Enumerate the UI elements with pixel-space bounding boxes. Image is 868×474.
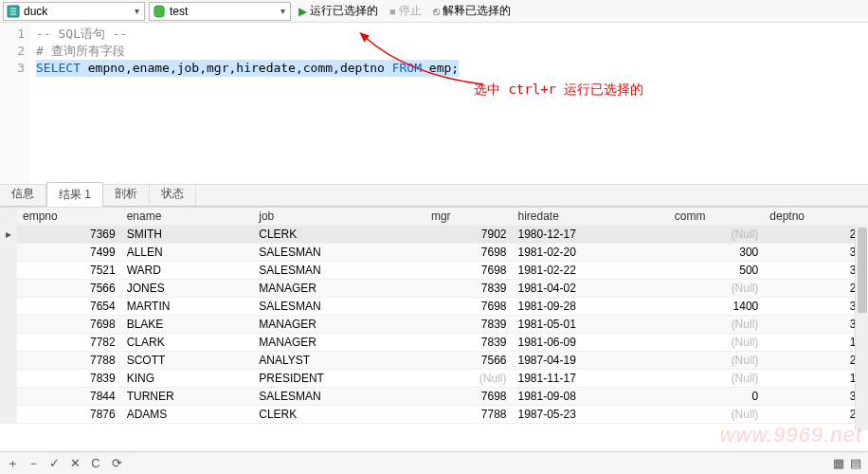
cell-comm[interactable]: (Null)	[669, 226, 765, 244]
cell-hiredate[interactable]: 1981-09-28	[512, 298, 668, 316]
scrollbar-thumb[interactable]	[858, 228, 867, 313]
cell-hiredate[interactable]: 1981-09-08	[512, 388, 668, 406]
column-header-job[interactable]: job	[253, 208, 425, 226]
table-row[interactable]: 7839KINGPRESIDENT(Null)1981-11-17(Null)1…	[0, 370, 868, 388]
cell-comm[interactable]: (Null)	[669, 406, 765, 424]
column-header-deptno[interactable]: deptno	[764, 208, 868, 226]
vertical-scrollbar[interactable]	[855, 226, 868, 430]
cell-mgr[interactable]: 7902	[425, 226, 513, 244]
refresh-button[interactable]: ⟳	[110, 457, 123, 470]
cell-ename[interactable]: SCOTT	[121, 352, 254, 370]
cell-comm[interactable]: 500	[669, 262, 765, 280]
cell-empno[interactable]: 7566	[17, 280, 121, 298]
tab-1[interactable]: 结果 1	[46, 182, 103, 207]
database-selector[interactable]: duck ▾	[3, 2, 145, 21]
cell-mgr[interactable]: 7839	[425, 334, 513, 352]
table-row[interactable]: 7876ADAMSCLERK77881987-05-23(Null)20	[0, 406, 868, 424]
cell-empno[interactable]: 7788	[17, 352, 121, 370]
cell-hiredate[interactable]: 1987-04-19	[512, 352, 668, 370]
apply-button[interactable]: ✓	[47, 457, 61, 470]
cell-empno[interactable]: 7369	[17, 226, 121, 244]
cell-mgr[interactable]: (Null)	[425, 370, 513, 388]
cell-hiredate[interactable]: 1981-05-01	[512, 316, 668, 334]
cell-hiredate[interactable]: 1987-05-23	[512, 406, 668, 424]
cell-ename[interactable]: SMITH	[121, 226, 254, 244]
table-row[interactable]: 7844TURNERSALESMAN76981981-09-08030	[0, 388, 868, 406]
cell-job[interactable]: SALESMAN	[253, 244, 425, 262]
cell-deptno[interactable]: 20	[764, 406, 868, 424]
stop-button[interactable]: ■ 停止	[386, 2, 425, 21]
cell-mgr[interactable]: 7839	[425, 316, 513, 334]
cell-job[interactable]: CLERK	[253, 226, 425, 244]
cell-hiredate[interactable]: 1981-11-17	[512, 370, 668, 388]
table-row[interactable]: 7782CLARKMANAGER78391981-06-09(Null)10	[0, 334, 868, 352]
cell-job[interactable]: SALESMAN	[253, 262, 425, 280]
cell-mgr[interactable]: 7788	[425, 406, 513, 424]
cell-deptno[interactable]: 20	[764, 280, 868, 298]
grid-view-icon[interactable]: ▦	[832, 457, 845, 470]
cell-comm[interactable]: (Null)	[669, 370, 765, 388]
table-row[interactable]: 7698BLAKEMANAGER78391981-05-01(Null)30	[0, 316, 868, 334]
cell-job[interactable]: PRESIDENT	[253, 370, 425, 388]
cell-ename[interactable]: JONES	[121, 280, 254, 298]
cell-deptno[interactable]: 20	[764, 226, 868, 244]
form-view-icon[interactable]: ▤	[849, 457, 862, 470]
cell-job[interactable]: MANAGER	[253, 316, 425, 334]
delete-row-button[interactable]: －	[27, 457, 40, 470]
table-row[interactable]: 7566JONESMANAGER78391981-04-02(Null)20	[0, 280, 868, 298]
schema-selector[interactable]: test ▾	[149, 2, 291, 21]
sql-editor[interactable]: 123 -- SQL语句 --# 查询所有字段SELECT empno,enam…	[0, 23, 868, 184]
result-grid[interactable]: empnoenamejobmgrhiredatecommdeptno ▸7369…	[0, 207, 868, 424]
cell-empno[interactable]: 7876	[17, 406, 121, 424]
cell-ename[interactable]: ADAMS	[121, 406, 254, 424]
cell-hiredate[interactable]: 1981-06-09	[512, 334, 668, 352]
cell-deptno[interactable]: 30	[764, 298, 868, 316]
cell-job[interactable]: SALESMAN	[253, 298, 425, 316]
explain-selected-button[interactable]: ⎋ 解释已选择的	[429, 2, 515, 21]
editor-code[interactable]: -- SQL语句 --# 查询所有字段SELECT empno,ename,jo…	[30, 23, 459, 184]
cell-hiredate[interactable]: 1981-04-02	[512, 280, 668, 298]
cell-empno[interactable]: 7499	[17, 244, 121, 262]
cell-mgr[interactable]: 7698	[425, 262, 513, 280]
cell-empno[interactable]: 7698	[17, 316, 121, 334]
cell-hiredate[interactable]: 1981-02-20	[512, 244, 668, 262]
cell-mgr[interactable]: 7566	[425, 352, 513, 370]
cell-mgr[interactable]: 7839	[425, 280, 513, 298]
cell-deptno[interactable]: 30	[764, 316, 868, 334]
cell-comm[interactable]: (Null)	[669, 352, 765, 370]
cell-empno[interactable]: 7839	[17, 370, 121, 388]
cell-empno[interactable]: 7844	[17, 388, 121, 406]
table-row[interactable]: 7499ALLENSALESMAN76981981-02-2030030	[0, 244, 868, 262]
cell-hiredate[interactable]: 1980-12-17	[512, 226, 668, 244]
table-row[interactable]: 7788SCOTTANALYST75661987-04-19(Null)20	[0, 352, 868, 370]
cell-deptno[interactable]: 30	[764, 388, 868, 406]
cell-deptno[interactable]: 30	[764, 262, 868, 280]
cell-job[interactable]: MANAGER	[253, 280, 425, 298]
column-header-hiredate[interactable]: hiredate	[512, 208, 668, 226]
cell-ename[interactable]: BLAKE	[121, 316, 254, 334]
cell-deptno[interactable]: 30	[764, 244, 868, 262]
tab-2[interactable]: 剖析	[103, 182, 150, 206]
table-row[interactable]: ▸7369SMITHCLERK79021980-12-17(Null)20	[0, 226, 868, 244]
cell-mgr[interactable]: 7698	[425, 244, 513, 262]
cell-comm[interactable]: 0	[669, 388, 765, 406]
cell-hiredate[interactable]: 1981-02-22	[512, 262, 668, 280]
cell-ename[interactable]: TURNER	[121, 388, 254, 406]
cell-empno[interactable]: 7654	[17, 298, 121, 316]
cell-comm[interactable]: 300	[669, 244, 765, 262]
cell-empno[interactable]: 7521	[17, 262, 121, 280]
cell-job[interactable]: CLERK	[253, 406, 425, 424]
column-header-comm[interactable]: comm	[669, 208, 765, 226]
cell-ename[interactable]: ALLEN	[121, 244, 254, 262]
cell-ename[interactable]: WARD	[121, 262, 254, 280]
cell-empno[interactable]: 7782	[17, 334, 121, 352]
column-header-ename[interactable]: ename	[121, 208, 254, 226]
cell-comm[interactable]: (Null)	[669, 316, 765, 334]
cell-deptno[interactable]: 10	[764, 334, 868, 352]
clear-button[interactable]: C	[89, 457, 102, 470]
table-row[interactable]: 7654MARTINSALESMAN76981981-09-28140030	[0, 298, 868, 316]
cell-job[interactable]: SALESMAN	[253, 388, 425, 406]
run-selected-button[interactable]: ▶ 运行已选择的	[295, 2, 382, 21]
cell-comm[interactable]: (Null)	[669, 334, 765, 352]
cell-mgr[interactable]: 7698	[425, 298, 513, 316]
